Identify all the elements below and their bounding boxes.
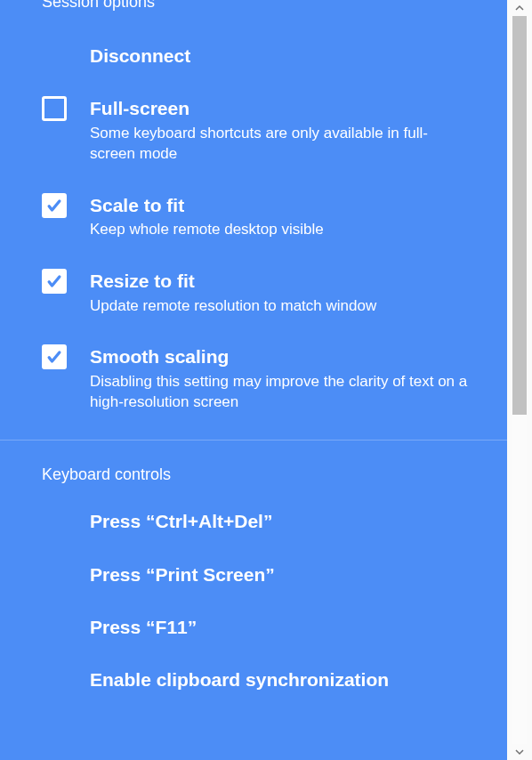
smooth-scaling-label: Smooth scaling bbox=[90, 344, 472, 368]
press-ctrl-alt-del-label: Press “Ctrl+Alt+Del” bbox=[90, 509, 472, 533]
scale-to-fit-checkbox[interactable] bbox=[42, 193, 67, 218]
options-panel: Session options Disconnect Full-screen S… bbox=[0, 0, 507, 760]
smooth-scaling-option[interactable]: Smooth scaling Disabling this setting ma… bbox=[0, 330, 507, 427]
full-screen-label: Full-screen bbox=[90, 96, 472, 120]
scale-to-fit-desc: Keep whole remote desktop visible bbox=[90, 219, 472, 240]
full-screen-option[interactable]: Full-screen Some keyboard shortcuts are … bbox=[0, 82, 507, 179]
press-f11-label: Press “F11” bbox=[90, 615, 472, 639]
disconnect-button[interactable]: Disconnect bbox=[0, 29, 507, 82]
scroll-down-button[interactable] bbox=[512, 744, 528, 760]
resize-to-fit-checkbox[interactable] bbox=[42, 269, 67, 294]
full-screen-checkbox[interactable] bbox=[42, 96, 67, 121]
disconnect-label: Disconnect bbox=[90, 44, 472, 68]
chevron-up-icon bbox=[515, 4, 524, 12]
press-print-screen-button[interactable]: Press “Print Screen” bbox=[0, 548, 507, 601]
press-ctrl-alt-del-button[interactable]: Press “Ctrl+Alt+Del” bbox=[0, 495, 507, 547]
scrollbar[interactable] bbox=[507, 0, 532, 760]
check-icon bbox=[45, 348, 63, 366]
resize-to-fit-desc: Update remote resolution to match window bbox=[90, 295, 472, 317]
chevron-down-icon bbox=[515, 748, 524, 756]
resize-to-fit-option[interactable]: Resize to fit Update remote resolution t… bbox=[0, 255, 507, 330]
scale-to-fit-option[interactable]: Scale to fit Keep whole remote desktop v… bbox=[0, 179, 507, 255]
keyboard-controls-heading: Keyboard controls bbox=[0, 441, 507, 495]
session-options-section: Session options Disconnect Full-screen S… bbox=[0, 0, 507, 427]
scale-to-fit-label: Scale to fit bbox=[90, 193, 472, 217]
smooth-scaling-desc: Disabling this setting may improve the c… bbox=[90, 371, 472, 414]
smooth-scaling-checkbox[interactable] bbox=[42, 344, 67, 369]
check-icon bbox=[45, 272, 63, 290]
press-f11-button[interactable]: Press “F11” bbox=[0, 601, 507, 653]
full-screen-desc: Some keyboard shortcuts are only availab… bbox=[90, 123, 472, 166]
keyboard-controls-section: Keyboard controls Press “Ctrl+Alt+Del” P… bbox=[0, 441, 507, 706]
scroll-thumb[interactable] bbox=[512, 16, 527, 415]
press-print-screen-label: Press “Print Screen” bbox=[90, 562, 472, 586]
enable-clipboard-sync-button[interactable]: Enable clipboard synchronization bbox=[0, 653, 507, 706]
session-options-heading: Session options bbox=[0, 0, 507, 29]
resize-to-fit-label: Resize to fit bbox=[90, 269, 472, 293]
check-icon bbox=[45, 197, 63, 214]
scroll-up-button[interactable] bbox=[512, 0, 528, 16]
enable-clipboard-sync-label: Enable clipboard synchronization bbox=[90, 667, 472, 691]
